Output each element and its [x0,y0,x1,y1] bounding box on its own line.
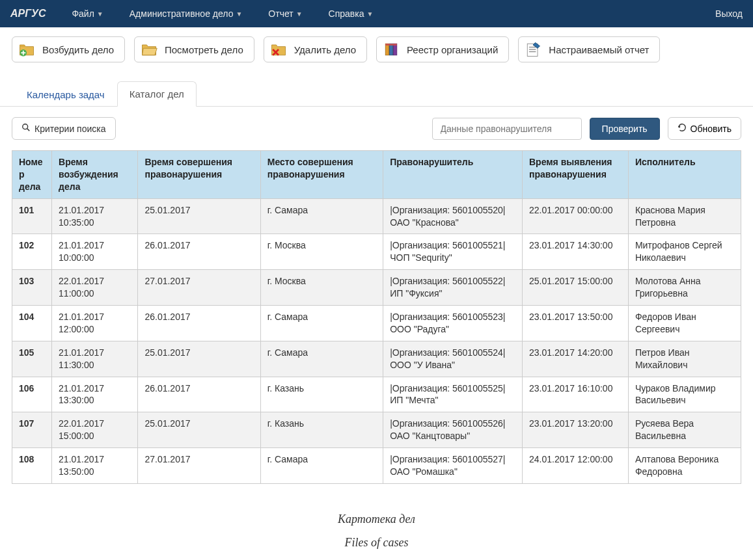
search-criteria-button[interactable]: Критерии поиска [12,117,116,140]
cell-init_time: 21.01.2017 13:30:00 [52,377,138,412]
cell-offense_time: 25.01.2017 [138,341,260,377]
nav-exit[interactable]: Выход [715,8,743,19]
create-case-button[interactable]: Возбудить дело [12,36,125,62]
nav-report-label: Отчет [268,8,293,19]
nav-help-label: Справка [329,8,364,19]
cell-offense_place: г. Самара [260,306,383,341]
report-icon [524,40,542,59]
cell-init_time: 22.01.2017 11:00:00 [52,270,138,306]
cell-offender: |Организация: 5601005525| ИП "Мечта" [383,377,523,412]
chevron-down-icon: ▼ [296,10,303,18]
org-registry-button[interactable]: Реестр организаций [376,36,509,62]
caption-en: Files of cases [0,531,753,554]
tab-calendar[interactable]: Календарь задач [14,82,117,107]
nav-help[interactable]: Справка ▼ [329,8,374,19]
cell-executor: Федоров Иван Сергеевич [628,306,741,341]
nav-file[interactable]: Файл ▼ [72,8,103,19]
delete-case-label: Удалить дело [294,44,356,55]
toolbar: Возбудить дело Посмотреть дело Удалить д… [0,27,753,69]
table-row[interactable]: 10421.01.2017 12:00:0026.01.2017г. Самар… [12,306,741,341]
cell-num: 102 [12,234,52,270]
cell-num: 104 [12,306,52,341]
cell-detect_time: 25.01.2017 15:00:00 [522,270,628,306]
nav-admin-case[interactable]: Административное дело ▼ [130,8,243,19]
org-registry-label: Реестр организаций [407,44,498,55]
cell-num: 107 [12,412,52,448]
cell-offense_time: 27.01.2017 [138,448,260,484]
col-detect-time[interactable]: Время выявления правонарушения [522,151,628,199]
cell-offense_place: г. Самара [260,448,383,484]
cell-offense_time: 26.01.2017 [138,234,260,270]
nav-menu: Файл ▼ Административное дело ▼ Отчет ▼ С… [72,8,715,19]
cell-executor: Русяева Вера Васильевна [628,412,741,448]
nav-admin-case-label: Административное дело [130,8,234,19]
svg-line-14 [27,129,30,131]
action-row: Критерии поиска Проверить Обновить [0,107,753,150]
svg-rect-8 [385,44,397,46]
cases-table: Номер дела Время возбуждения дела Время … [12,150,741,484]
cell-offense_place: г. Москва [260,270,383,306]
col-offense-place[interactable]: Место совершения правонарушения [260,151,383,199]
table-row[interactable]: 10521.01.2017 11:30:0025.01.2017г. Самар… [12,341,741,377]
cell-executor: Митрофанов Сергей Николаевич [628,234,741,270]
nav-report[interactable]: Отчет ▼ [268,8,302,19]
cell-offender: |Организация: 5601005520| ОАО "Краснова" [383,198,523,234]
cell-num: 108 [12,448,52,484]
cell-offender: |Организация: 5601005526| ОАО "Канцтовар… [383,412,523,448]
table-row[interactable]: 10221.01.2017 10:00:0026.01.2017г. Москв… [12,234,741,270]
cell-offense_time: 25.01.2017 [138,198,260,234]
col-num[interactable]: Номер дела [12,151,52,199]
folder-delete-icon [269,40,288,59]
table-row[interactable]: 10322.01.2017 11:00:0027.01.2017г. Москв… [12,270,741,306]
folder-add-icon [18,40,36,59]
col-offense-time[interactable]: Время совершения правонарушения [138,151,260,199]
view-case-button[interactable]: Посмотреть дело [134,36,254,62]
books-icon [382,40,400,59]
cases-table-wrap: Номер дела Время возбуждения дела Время … [0,150,753,496]
nav-file-label: Файл [72,8,94,19]
tabs: Календарь задач Каталог дел [0,69,753,107]
cell-offense_time: 25.01.2017 [138,412,260,448]
col-executor[interactable]: Исполнитель [628,151,741,199]
chevron-down-icon: ▼ [367,10,374,18]
cell-detect_time: 23.01.2017 16:10:00 [522,377,628,412]
config-report-label: Настраиваемый отчет [549,44,649,55]
cell-detect_time: 23.01.2017 13:50:00 [522,306,628,341]
refresh-button[interactable]: Обновить [668,117,741,140]
cell-offender: |Организация: 5601005521| ЧОП "Sequrity" [383,234,523,270]
cell-detect_time: 24.01.2017 12:00:00 [522,448,628,484]
cell-init_time: 21.01.2017 10:35:00 [52,198,138,234]
col-init-time[interactable]: Время возбуждения дела [52,151,138,199]
cell-init_time: 21.01.2017 10:00:00 [52,234,138,270]
offender-input[interactable] [432,118,582,140]
col-offender[interactable]: Правонарушитель [383,151,523,199]
cell-detect_time: 23.01.2017 14:20:00 [522,341,628,377]
cell-offense_place: г. Самара [260,341,383,377]
delete-case-button[interactable]: Удалить дело [264,36,367,62]
cell-offense_time: 26.01.2017 [138,306,260,341]
cell-offense_place: г. Казань [260,377,383,412]
app-brand: АРГУС [10,8,46,20]
table-row[interactable]: 10621.01.2017 13:30:0026.01.2017г. Казан… [12,377,741,412]
check-button[interactable]: Проверить [590,118,660,140]
cell-offense_time: 26.01.2017 [138,377,260,412]
cell-num: 106 [12,377,52,412]
table-row[interactable]: 10121.01.2017 10:35:0025.01.2017г. Самар… [12,198,741,234]
cell-num: 103 [12,270,52,306]
table-row[interactable]: 10821.01.2017 13:50:0027.01.2017г. Самар… [12,448,741,484]
cell-init_time: 21.01.2017 12:00:00 [52,306,138,341]
cell-num: 105 [12,341,52,377]
cell-offender: |Организация: 5601005524| ООО "У Ивана" [383,341,523,377]
search-criteria-label: Критерии поиска [34,124,106,134]
cell-offense_place: г. Москва [260,234,383,270]
cell-offender: |Организация: 5601005527| ОАО "Ромашка" [383,448,523,484]
cell-detect_time: 22.01.2017 00:00:00 [522,198,628,234]
refresh-icon [678,123,687,134]
cell-offense_place: г. Казань [260,412,383,448]
create-case-label: Возбудить дело [42,44,114,55]
figure-captions: Картотека дел Files of cases [0,496,753,560]
table-row[interactable]: 10722.01.2017 15:00:0025.01.2017г. Казан… [12,412,741,448]
tab-catalog[interactable]: Каталог дел [117,81,197,107]
config-report-button[interactable]: Настраиваемый отчет [518,36,660,62]
cell-executor: Чураков Владимир Васильевич [628,377,741,412]
